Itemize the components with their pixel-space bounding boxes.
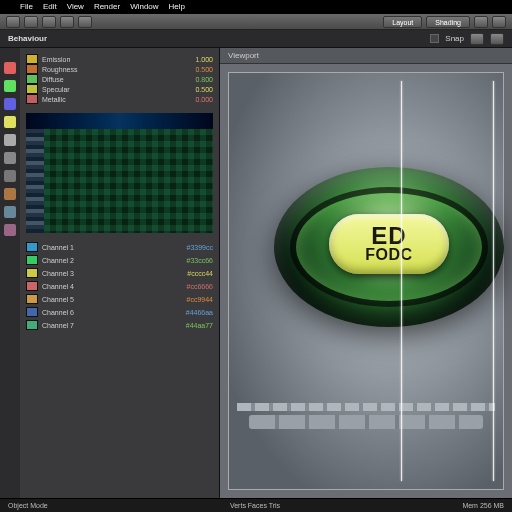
menu-help[interactable]: Help <box>169 2 185 12</box>
property-value[interactable]: #4466aa <box>186 309 213 316</box>
property-label: Channel 4 <box>42 283 74 290</box>
move-icon[interactable] <box>4 80 16 92</box>
viewport-tab-label: Viewport <box>228 51 259 60</box>
property-value[interactable]: #3399cc <box>187 244 213 251</box>
viewport-column: Viewport ED FODC <box>220 48 512 498</box>
property-row[interactable]: Metallic0.000 <box>26 94 213 104</box>
tool-btn-6[interactable] <box>474 16 488 28</box>
property-label: Channel 6 <box>42 309 74 316</box>
property-row[interactable]: Channel 5#cc9944 <box>26 294 213 304</box>
color-swatch[interactable] <box>26 74 38 84</box>
circle-icon[interactable] <box>4 152 16 164</box>
sub-btn-2[interactable] <box>490 33 504 45</box>
property-row[interactable]: Channel 1#3399cc <box>26 242 213 252</box>
property-label: Channel 3 <box>42 270 74 277</box>
property-row[interactable]: Channel 7#44aa77 <box>26 320 213 330</box>
property-label: Specular <box>42 86 70 93</box>
logo-text-line2: FODC <box>365 247 412 263</box>
vertical-guide[interactable] <box>401 81 402 481</box>
property-label: Channel 7 <box>42 322 74 329</box>
color-swatch[interactable] <box>26 255 38 265</box>
property-panel: Emission1.000Roughness0.500Diffuse0.800S… <box>20 48 219 498</box>
property-row[interactable]: Channel 2#33cc66 <box>26 255 213 265</box>
box-icon[interactable] <box>4 134 16 146</box>
logo-object[interactable]: ED FODC <box>274 167 504 327</box>
tool-btn-1[interactable] <box>6 16 20 28</box>
measure-icon[interactable] <box>4 206 16 218</box>
annotate-icon[interactable] <box>4 224 16 236</box>
property-row[interactable]: Specular0.500 <box>26 84 213 94</box>
color-swatch[interactable] <box>26 84 38 94</box>
color-swatch[interactable] <box>26 268 38 278</box>
knife-icon[interactable] <box>4 188 16 200</box>
color-swatch[interactable] <box>26 242 38 252</box>
cursor-icon[interactable] <box>4 62 16 74</box>
color-swatch[interactable] <box>26 54 38 64</box>
menu-render[interactable]: Render <box>94 2 120 12</box>
property-label: Channel 1 <box>42 244 74 251</box>
workspace-tab-2[interactable]: Shading <box>426 16 470 28</box>
logo-pill: ED FODC <box>329 214 449 274</box>
property-row[interactable]: Channel 4#cc6666 <box>26 281 213 291</box>
3d-viewport[interactable]: ED FODC <box>220 64 512 498</box>
tool-btn-2[interactable] <box>24 16 38 28</box>
property-label: Channel 2 <box>42 257 74 264</box>
property-value[interactable]: #33cc66 <box>187 257 213 264</box>
property-row[interactable]: Roughness0.500 <box>26 64 213 74</box>
tool-icon-column <box>0 48 20 498</box>
floor-detail-2 <box>237 403 495 411</box>
property-value[interactable]: 0.500 <box>195 66 213 73</box>
left-panel: Emission1.000Roughness0.500Diffuse0.800S… <box>0 48 220 498</box>
menu-file[interactable]: File <box>20 2 33 12</box>
property-value[interactable]: 0.500 <box>195 86 213 93</box>
property-row[interactable]: Channel 6#4466aa <box>26 307 213 317</box>
property-value[interactable]: 0.000 <box>195 96 213 103</box>
status-right: Mem 256 MB <box>462 502 504 509</box>
menu-view[interactable]: View <box>67 2 84 12</box>
tool-btn-5[interactable] <box>78 16 92 28</box>
rotate-icon[interactable] <box>4 98 16 110</box>
color-swatch[interactable] <box>26 294 38 304</box>
property-value[interactable]: 1.000 <box>195 56 213 63</box>
color-swatch[interactable] <box>26 94 38 104</box>
viewport-tab[interactable]: Viewport <box>220 48 512 64</box>
status-mid: Verts Faces Tris <box>230 502 280 509</box>
status-left: Object Mode <box>8 502 48 509</box>
property-row[interactable]: Channel 3#cccc44 <box>26 268 213 278</box>
snap-checkbox[interactable] <box>430 34 439 43</box>
snap-label: Snap <box>445 34 464 43</box>
property-label: Diffuse <box>42 76 64 83</box>
property-value[interactable]: 0.800 <box>195 76 213 83</box>
tool-btn-4[interactable] <box>60 16 74 28</box>
sub-btn-1[interactable] <box>470 33 484 45</box>
status-bar: Object Mode Verts Faces Tris Mem 256 MB <box>0 498 512 512</box>
texture-preview[interactable] <box>26 113 213 233</box>
vertical-guide[interactable] <box>493 81 494 481</box>
menu-window[interactable]: Window <box>130 2 158 12</box>
property-label: Channel 5 <box>42 296 74 303</box>
sub-toolbar: Behaviour Snap <box>0 30 512 48</box>
menu-edit[interactable]: Edit <box>43 2 57 12</box>
workspace-tab-1[interactable]: Layout <box>383 16 422 28</box>
property-label: Emission <box>42 56 70 63</box>
property-value[interactable]: #cccc44 <box>187 270 213 277</box>
tool-btn-3[interactable] <box>42 16 56 28</box>
color-swatch[interactable] <box>26 307 38 317</box>
tool-btn-7[interactable] <box>492 16 506 28</box>
color-swatch[interactable] <box>26 64 38 74</box>
color-swatch[interactable] <box>26 281 38 291</box>
panel-title: Behaviour <box>8 34 47 43</box>
menubar: File Edit View Render Window Help <box>0 0 512 14</box>
property-value[interactable]: #cc9944 <box>187 296 213 303</box>
property-label: Metallic <box>42 96 66 103</box>
lasso-icon[interactable] <box>4 170 16 182</box>
property-value[interactable]: #44aa77 <box>186 322 213 329</box>
main-area: Emission1.000Roughness0.500Diffuse0.800S… <box>0 48 512 498</box>
canvas: ED FODC <box>228 72 504 490</box>
property-value[interactable]: #cc6666 <box>187 283 213 290</box>
color-swatch[interactable] <box>26 320 38 330</box>
property-row[interactable]: Emission1.000 <box>26 54 213 64</box>
property-row[interactable]: Diffuse0.800 <box>26 74 213 84</box>
floor-detail-1 <box>249 415 483 429</box>
scale-icon[interactable] <box>4 116 16 128</box>
